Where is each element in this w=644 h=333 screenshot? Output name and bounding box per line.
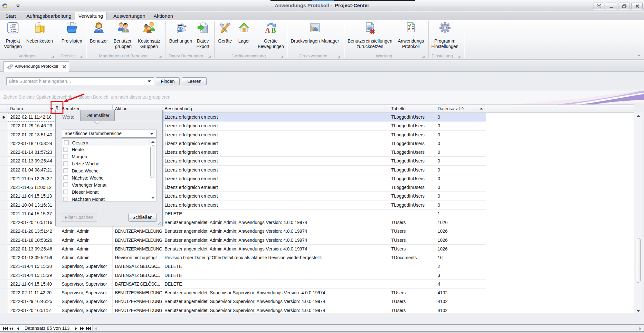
svg-text:B: B [271,26,276,34]
svg-text:A: A [265,26,270,34]
